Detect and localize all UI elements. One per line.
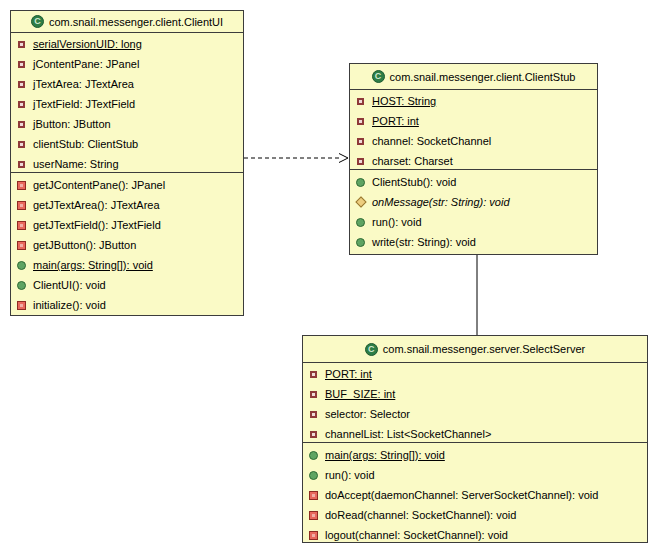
- member-text: HOST: String: [372, 95, 440, 107]
- field-row[interactable]: jTextArea: JTextArea: [11, 74, 243, 94]
- member-text: selector: Selector: [325, 408, 414, 420]
- class-name: com.snail.messenger.client.ClientUI: [49, 16, 223, 28]
- member-text: PORT: int: [325, 368, 376, 380]
- class-title-selectserver[interactable]: C com.snail.messenger.server.SelectServe…: [303, 336, 647, 362]
- class-box-selectserver[interactable]: C com.snail.messenger.server.SelectServe…: [302, 335, 648, 543]
- method-row[interactable]: getJContentPane(): JPanel: [11, 175, 243, 195]
- private-method-icon: [308, 510, 319, 521]
- class-name: com.snail.messenger.server.SelectServer: [383, 343, 585, 355]
- member-text: doAccept(daemonChannel: ServerSocketChan…: [325, 489, 602, 501]
- member-text: ClientUI(): void: [33, 279, 110, 291]
- class-icon: C: [31, 15, 44, 28]
- member-text: ClientStub(): void: [372, 176, 460, 188]
- field-row[interactable]: jButton: JButton: [11, 114, 243, 134]
- member-text: logout(channel: SocketChannel): void: [325, 529, 512, 541]
- fields-section: HOST: String PORT: int channel: SocketCh…: [350, 89, 597, 169]
- member-text: userName: String: [33, 158, 123, 170]
- member-text: getJContentPane(): JPanel: [33, 179, 169, 191]
- method-row[interactable]: getJTextArea(): JTextArea: [11, 195, 243, 215]
- method-row[interactable]: main(args: String[]): void: [11, 255, 243, 275]
- field-row[interactable]: clientStub: ClientStub: [11, 134, 243, 154]
- field-row[interactable]: userName: String: [11, 154, 243, 174]
- member-text: serialVersionUID: long: [33, 38, 146, 50]
- private-field-icon: [16, 159, 27, 170]
- field-row[interactable]: jContentPane: JPanel: [11, 54, 243, 74]
- private-field-icon: [16, 79, 27, 90]
- member-text: jTextField: JTextField: [33, 98, 139, 110]
- field-row[interactable]: charset: Charset: [350, 151, 597, 171]
- member-text: BUF_SIZE: int: [325, 388, 399, 400]
- member-text: getJTextField(): JTextField: [33, 219, 165, 231]
- field-row[interactable]: HOST: String: [350, 91, 597, 111]
- member-text: write(str: String): void: [372, 236, 480, 248]
- method-row[interactable]: getJButton(): JButton: [11, 235, 243, 255]
- method-row[interactable]: run(): void: [350, 212, 597, 232]
- public-method-icon: [16, 260, 27, 271]
- methods-section: getJContentPane(): JPanel getJTextArea()…: [11, 172, 243, 315]
- method-row[interactable]: write(str: String): void: [350, 232, 597, 252]
- method-row[interactable]: main(args: String[]): void: [303, 445, 647, 465]
- member-text: charset: Charset: [372, 155, 457, 167]
- class-title-clientui[interactable]: C com.snail.messenger.client.ClientUI: [11, 11, 243, 32]
- private-field-icon: [355, 136, 366, 147]
- field-row[interactable]: serialVersionUID: long: [11, 34, 243, 54]
- private-method-icon: [16, 200, 27, 211]
- class-icon: C: [365, 343, 378, 356]
- member-text: PORT: int: [372, 115, 423, 127]
- class-box-clientui[interactable]: C com.snail.messenger.client.ClientUI se…: [10, 10, 244, 316]
- dependency-arrow-clientui-to-clientstub[interactable]: [244, 154, 348, 163]
- methods-section: main(args: String[]): void run(): void d…: [303, 442, 647, 545]
- class-name: com.snail.messenger.client.ClientStub: [390, 71, 576, 83]
- fields-section: serialVersionUID: long jContentPane: JPa…: [11, 32, 243, 172]
- field-row[interactable]: BUF_SIZE: int: [303, 384, 647, 404]
- public-method-icon: [355, 237, 366, 248]
- method-row[interactable]: ClientUI(): void: [11, 275, 243, 295]
- field-row[interactable]: selector: Selector: [303, 404, 647, 424]
- private-field-icon: [16, 39, 27, 50]
- member-text: channel: SocketChannel: [372, 135, 495, 147]
- member-text: jTextArea: JTextArea: [33, 78, 138, 90]
- member-text: run(): void: [372, 216, 426, 228]
- private-field-icon: [355, 96, 366, 107]
- method-row[interactable]: doRead(channel: SocketChannel): void: [303, 505, 647, 525]
- method-row[interactable]: logout(channel: SocketChannel): void: [303, 525, 647, 545]
- member-text: onMessage(str: String): void: [372, 196, 514, 208]
- public-method-icon: [16, 280, 27, 291]
- member-text: main(args: String[]): void: [33, 259, 157, 271]
- member-text: initialize(): void: [33, 299, 110, 311]
- member-text: doRead(channel: SocketChannel): void: [325, 509, 520, 521]
- private-field-icon: [16, 59, 27, 70]
- member-text: run(): void: [325, 469, 379, 481]
- private-method-icon: [308, 490, 319, 501]
- class-box-clientstub[interactable]: C com.snail.messenger.client.ClientStub …: [349, 63, 598, 255]
- field-row[interactable]: channelList: List<SocketChannel>: [303, 424, 647, 444]
- field-row[interactable]: PORT: int: [303, 364, 647, 384]
- method-row[interactable]: initialize(): void: [11, 295, 243, 315]
- member-text: jContentPane: JPanel: [33, 58, 143, 70]
- public-method-icon: [355, 217, 366, 228]
- methods-section: ClientStub(): void onMessage(str: String…: [350, 169, 597, 254]
- public-method-icon: [355, 177, 366, 188]
- private-field-icon: [308, 409, 319, 420]
- private-field-icon: [355, 156, 366, 167]
- method-row[interactable]: run(): void: [303, 465, 647, 485]
- method-row[interactable]: getJTextField(): JTextField: [11, 215, 243, 235]
- field-row[interactable]: channel: SocketChannel: [350, 131, 597, 151]
- field-row[interactable]: PORT: int: [350, 111, 597, 131]
- member-text: getJButton(): JButton: [33, 239, 140, 251]
- member-text: channelList: List<SocketChannel>: [325, 428, 495, 440]
- member-text: clientStub: ClientStub: [33, 138, 142, 150]
- method-row[interactable]: ClientStub(): void: [350, 172, 597, 192]
- private-field-icon: [355, 116, 366, 127]
- method-row[interactable]: onMessage(str: String): void: [350, 192, 597, 212]
- class-title-clientstub[interactable]: C com.snail.messenger.client.ClientStub: [350, 64, 597, 89]
- field-row[interactable]: jTextField: JTextField: [11, 94, 243, 114]
- private-field-icon: [16, 139, 27, 150]
- private-method-icon: [16, 240, 27, 251]
- method-row[interactable]: doAccept(daemonChannel: ServerSocketChan…: [303, 485, 647, 505]
- member-text: getJTextArea(): JTextArea: [33, 199, 164, 211]
- private-method-icon: [16, 300, 27, 311]
- private-field-icon: [308, 389, 319, 400]
- class-icon: C: [372, 70, 385, 83]
- private-field-icon: [16, 99, 27, 110]
